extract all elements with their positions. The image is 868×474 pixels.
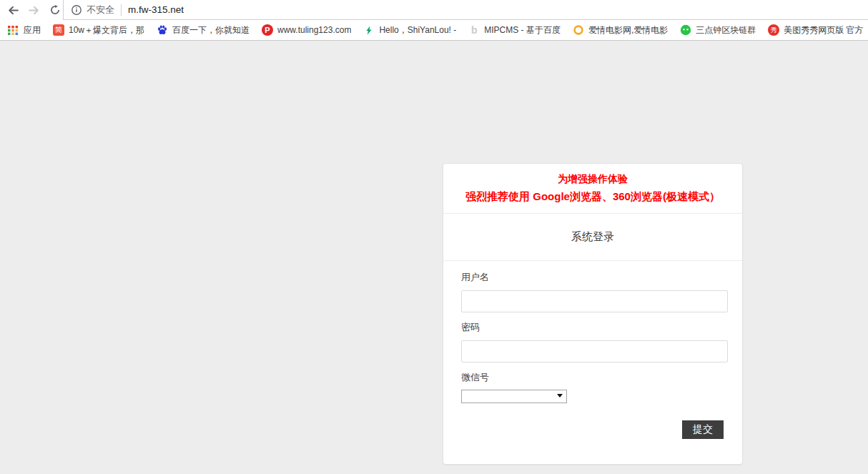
bookmark-label: 美图秀秀网页版 官方 [784,24,863,36]
bookmark-item[interactable]: Pwww.tuling123.com [262,24,351,36]
login-title-row: 系统登录 [443,214,742,261]
bookmarks-list: 简10w＋爆文背后，那百度一下，你就知道Pwww.tuling123.comHe… [53,24,864,36]
login-panel: 为增强操作体验 强烈推荐使用 Google浏览器、360浏览器(极速模式） 系统… [443,163,743,465]
submit-row: 提交 [461,420,728,439]
submit-button[interactable]: 提交 [682,420,724,439]
info-icon [71,4,82,16]
wechat-label: 微信号 [461,371,728,383]
letter-b-icon: b [468,24,480,36]
bookmark-label: 三点钟区块链群 [696,24,756,36]
reload-icon[interactable] [48,2,63,18]
wechat-select[interactable] [461,390,567,403]
xiu-badge-icon: 秀 [768,24,779,36]
forward-icon[interactable] [26,2,41,18]
bookmarks-bar: 应用 简10w＋爆文背后，那百度一下，你就知道Pwww.tuling123.co… [0,20,868,41]
notice-line-1: 为增强操作体验 [450,173,735,184]
password-label: 密码 [461,321,728,333]
bookmark-label: 爱情电影网,爱情电影 [588,24,668,36]
baidu-paw-icon [157,24,168,36]
page-content: 为增强操作体验 强烈推荐使用 Google浏览器、360浏览器(极速模式） 系统… [0,41,868,474]
security-chip[interactable]: 不安全 [71,4,114,16]
username-input[interactable] [461,290,728,312]
security-label: 不安全 [87,4,114,16]
bookmark-item[interactable]: bMIPCMS - 基于百度 [468,24,561,36]
p-badge-icon: P [262,24,273,36]
bookmark-item[interactable]: 三点钟区块链群 [680,24,756,36]
bookmark-item[interactable]: 秀美图秀秀网页版 官方 [768,24,863,36]
shiyanlou-bolt-icon [363,24,375,36]
bookmark-label: www.tuling123.com [277,25,351,35]
omnibox-separator [121,4,122,16]
bookmark-item[interactable]: 爱情电影网,爱情电影 [573,24,668,36]
bookmark-item[interactable]: Hello，ShiYanLou! - [363,24,456,36]
bookmark-item[interactable]: 百度一下，你就知道 [157,24,250,36]
notice-line-2: 强烈推荐使用 Google浏览器、360浏览器(极速模式） [450,190,735,202]
bookmark-label: Hello，ShiYanLou! - [379,24,456,36]
orange-ring-icon [573,24,584,36]
username-label: 用户名 [461,271,728,283]
bookmark-label: MIPCMS - 基于百度 [484,24,561,36]
apps-shortcut[interactable]: 应用 [7,24,41,36]
jian-badge-icon: 简 [53,24,64,36]
password-input[interactable] [461,340,728,362]
apps-label: 应用 [24,24,41,36]
wechat-select-wrap [461,389,567,403]
nav-buttons [0,0,63,20]
apps-grid-icon [7,24,19,36]
bookmark-label: 10w＋爆文背后，那 [69,24,144,36]
browser-notice: 为增强操作体验 强烈推荐使用 Google浏览器、360浏览器(极速模式） [443,164,742,214]
login-form: 用户名 密码 微信号 提交 [443,271,742,439]
browser-toolbar: 不安全 m.fw-315.net [0,0,868,20]
url-text: m.fw-315.net [128,4,184,15]
address-bar[interactable]: 不安全 m.fw-315.net [63,0,868,20]
bookmark-item[interactable]: 简10w＋爆文背后，那 [53,24,144,36]
login-title: 系统登录 [571,230,614,242]
bookmark-label: 百度一下，你就知道 [172,24,250,36]
back-icon[interactable] [6,2,21,18]
wechat-green-icon [680,24,691,36]
